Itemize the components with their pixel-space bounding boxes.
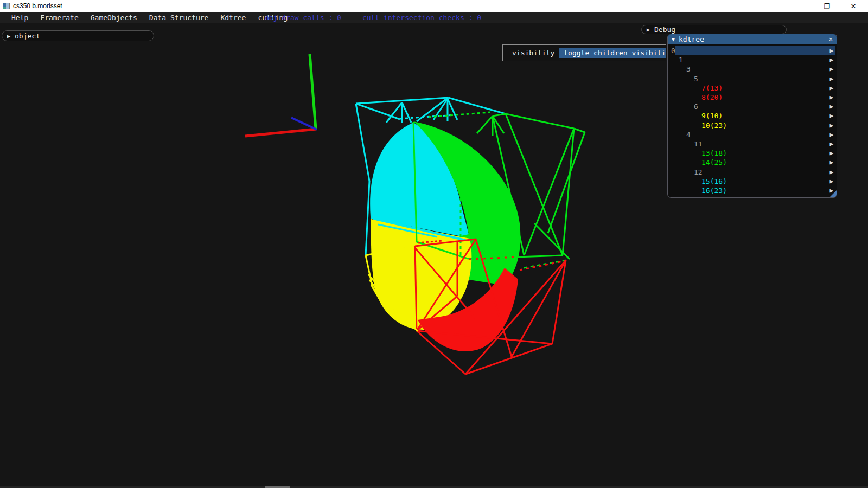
row-expand-arrow-icon[interactable]: ▶ [829,66,833,72]
kdtree-node-label: 12 [668,168,703,176]
kdtree-node-row[interactable]: 13(18) ▶ [668,149,837,158]
kdtree-node-row[interactable]: 10(23) ▶ [668,121,837,130]
row-selection-highlight [675,46,835,55]
kdtree-node-row[interactable]: 8(20) ▶ [668,93,837,102]
row-expand-arrow-icon[interactable]: ▶ [829,150,833,156]
kdtree-node-label: 3 [668,65,691,73]
kdtree-node-label: 13(18) [668,149,727,157]
row-expand-arrow-icon[interactable]: ▶ [829,141,833,147]
kdtree-close-icon[interactable]: ✕ [829,35,833,43]
kdtree-node-label: 2 [668,196,683,198]
row-expand-arrow-icon[interactable]: ▶ [829,85,833,91]
collapse-arrow-icon: ▼ [672,36,675,42]
kdtree-window: ▼ kdtree ✕ 0 ▶ 1 ▶ 3 ▶ [667,34,837,198]
kdtree-node-label: 7(13) [668,84,723,92]
kdtree-title-bar[interactable]: ▼ kdtree ✕ [668,34,837,44]
collapse-arrow-icon: ▶ [647,27,650,33]
kdtree-node-row[interactable]: 5 ▶ [668,74,837,84]
kdtree-node-label: 9(10) [668,112,723,120]
row-expand-arrow-icon[interactable]: ▶ [829,178,833,184]
row-expand-arrow-icon[interactable]: ▶ [829,104,833,110]
kdtree-node-label: 0 [668,47,675,55]
collapse-arrow-icon: ▶ [7,33,10,39]
kdtree-node-row[interactable]: 3 ▶ [668,65,837,74]
visibility-label: visibility [512,49,554,57]
kdtree-node-label: 6 [668,102,698,111]
row-expand-arrow-icon[interactable]: ▶ [829,159,833,165]
row-expand-arrow-icon[interactable]: ▶ [829,123,833,129]
row-expand-arrow-icon[interactable]: ▶ [829,48,833,54]
visibility-panel: visibility toggle children visibility [502,44,666,61]
y-axis-line [310,54,316,129]
kdtree-node-row[interactable]: 14(25) ▶ [668,158,837,167]
row-expand-arrow-icon[interactable]: ▶ [829,57,833,63]
kdtree-window-title: kdtree [679,35,704,43]
kdtree-node-row[interactable]: 1 ▶ [668,55,837,65]
kdtree-node-label: 10(23) [668,121,727,130]
row-expand-arrow-icon[interactable]: ▶ [829,197,833,198]
object-collapsed-header[interactable]: ▶ object [2,30,154,41]
debug-header-label: Debug [654,25,675,34]
row-expand-arrow-icon[interactable]: ▶ [829,132,833,138]
row-expand-arrow-icon[interactable]: ▶ [829,94,833,100]
kdtree-node-label: 5 [668,75,698,83]
row-expand-arrow-icon[interactable]: ▶ [829,188,833,194]
kdtree-node-row[interactable]: 2 ▶ [668,195,837,198]
kdtree-node-row[interactable]: 7(13) ▶ [668,84,837,93]
kdtree-node-row[interactable]: 15(16) ▶ [668,177,837,186]
kdtree-node-row[interactable]: 12 ▶ [668,167,837,176]
kdtree-node-row[interactable]: 11 ▶ [668,139,837,149]
kdtree-node-row[interactable]: 16(23) ▶ [668,186,837,195]
z-axis-line [291,118,317,130]
kdtree-node-label: 14(25) [668,158,727,166]
x-axis-line [245,129,316,136]
kdtree-node-label: 15(16) [668,177,727,185]
kdtree-node-row[interactable]: 9(10) ▶ [668,111,837,120]
row-expand-arrow-icon[interactable]: ▶ [829,76,833,82]
kdtree-node-list: 0 ▶ 1 ▶ 3 ▶ 5 ▶ 7(13) [668,44,837,198]
kdtree-node-row[interactable]: 4 ▶ [668,130,837,139]
kdtree-node-label: 8(20) [668,93,723,101]
kdtree-node-row[interactable]: 6 ▶ [668,102,837,111]
kdtree-node-label: 11 [668,140,703,148]
object-header-label: object [15,32,40,40]
debug-collapsed-header[interactable]: ▶ Debug [641,25,787,34]
kdtree-node-label: 4 [668,131,691,139]
row-expand-arrow-icon[interactable]: ▶ [829,113,833,119]
kdtree-node-label: 16(23) [668,187,727,195]
kdtree-node-row[interactable]: 0 ▶ [668,46,837,55]
toggle-children-visibility-button[interactable]: toggle children visibility [559,48,666,58]
row-expand-arrow-icon[interactable]: ▶ [829,169,833,175]
axis-gizmo [245,54,317,136]
kdtree-node-label: 1 [668,56,683,64]
